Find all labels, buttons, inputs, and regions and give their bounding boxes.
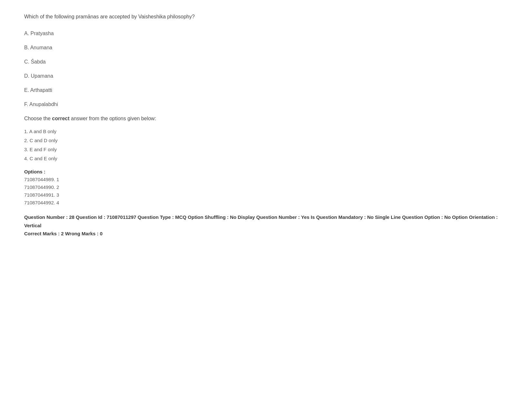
answer-option-1: 1. A and B only [24, 128, 508, 135]
choose-instruction: Choose the correct answer from the optio… [24, 115, 508, 122]
options-section: Options : 71087044989. 1 71087044990. 2 … [24, 169, 508, 207]
meta-line2: Correct Marks : 2 Wrong Marks : 0 [24, 230, 508, 238]
meta-line1: Question Number : 28 Question Id : 71087… [24, 213, 508, 230]
option-d: D. Upamana [24, 72, 508, 80]
option-b: B. Anumana [24, 44, 508, 52]
answer-option-4: 4. C and E only [24, 155, 508, 162]
answer-options: 1. A and B only 2. C and D only 3. E and… [24, 128, 508, 162]
pramana-options: A. Pratyasha B. Anumana C. Śabda D. Upam… [24, 30, 508, 108]
option-entry-1: 71087044989. 1 [24, 176, 508, 183]
option-c: C. Śabda [24, 58, 508, 66]
question-meta: Question Number : 28 Question Id : 71087… [24, 213, 508, 238]
options-label: Options : [24, 169, 508, 174]
option-a: A. Pratyasha [24, 30, 508, 37]
option-entry-3: 71087044991. 3 [24, 191, 508, 199]
answer-option-3: 3. E and F only [24, 146, 508, 153]
option-e: E. Arthapatti [24, 86, 508, 94]
question-container: Which of the following pramānas are acce… [24, 13, 508, 238]
option-entry-2: 71087044990. 2 [24, 183, 508, 191]
option-entry-4: 71087044992. 4 [24, 199, 508, 207]
answer-option-2: 2. C and D only [24, 137, 508, 144]
question-text: Which of the following pramānas are acce… [24, 13, 508, 21]
option-f: F. Anupalabdhi [24, 101, 508, 108]
